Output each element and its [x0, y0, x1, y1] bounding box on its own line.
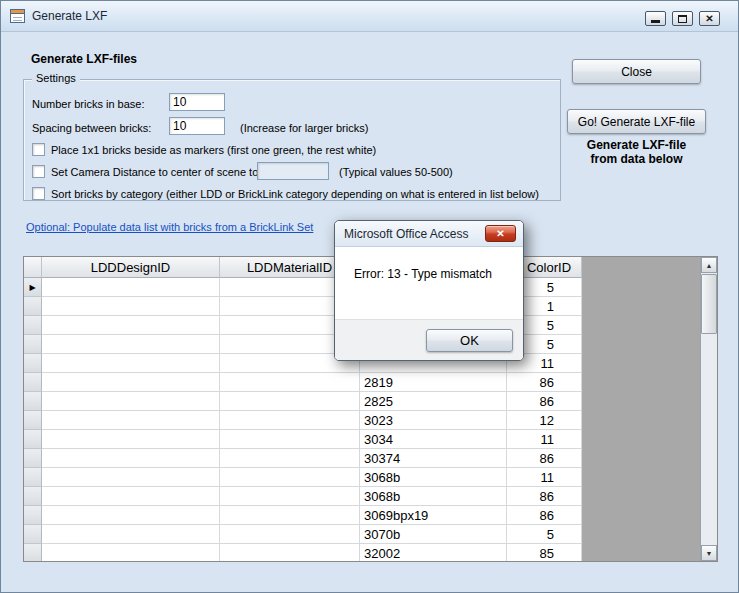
grid-cell-design[interactable]: [42, 316, 220, 335]
grid-cell-color[interactable]: 86: [507, 449, 582, 468]
grid-cell-col3[interactable]: 3070b: [360, 525, 507, 544]
grid-cell-col3[interactable]: 3068b: [360, 487, 507, 506]
grid-cell-design[interactable]: [42, 373, 220, 392]
grid-cell-material[interactable]: [220, 468, 360, 487]
grid-cell-material[interactable]: [220, 373, 360, 392]
grid-cell-color[interactable]: 86: [507, 506, 582, 525]
grid-cell-design[interactable]: [42, 392, 220, 411]
row-selector[interactable]: [24, 354, 42, 373]
error-dialog: Microsoft Office Access ✕ Error: 13 - Ty…: [334, 220, 524, 361]
select-all-header[interactable]: [24, 257, 42, 278]
dialog-close-icon: ✕: [496, 228, 504, 239]
table-row: 3068b86: [24, 487, 700, 506]
grid-cell-material[interactable]: [220, 430, 360, 449]
maximize-button[interactable]: [672, 11, 693, 26]
grid-cell-design[interactable]: [42, 487, 220, 506]
row-selector[interactable]: [24, 449, 42, 468]
grid-cell-material[interactable]: [220, 449, 360, 468]
grid-cell-material[interactable]: [220, 392, 360, 411]
camera-distance-label: Set Camera Distance to center of scene t…: [51, 166, 258, 178]
grid-cell-col3[interactable]: 3034: [360, 430, 507, 449]
grid-cell-design[interactable]: [42, 335, 220, 354]
close-icon: ✕: [705, 14, 713, 24]
ok-button[interactable]: OK: [426, 329, 513, 352]
camera-distance-input[interactable]: [257, 162, 329, 180]
grid-cell-color[interactable]: 85: [507, 544, 582, 561]
grid-cell-material[interactable]: [220, 544, 360, 561]
row-selector[interactable]: [24, 487, 42, 506]
grid-cell-color[interactable]: 5: [507, 525, 582, 544]
spacing-input[interactable]: [169, 117, 225, 135]
close-form-button[interactable]: Close: [572, 59, 701, 84]
grid-cell-design[interactable]: [42, 278, 220, 297]
row-selector[interactable]: [24, 468, 42, 487]
grid-cell-color[interactable]: 86: [507, 373, 582, 392]
grid-cell-material[interactable]: [220, 506, 360, 525]
row-selector[interactable]: [24, 392, 42, 411]
camera-distance-checkbox[interactable]: [32, 165, 45, 178]
grid-cell-color[interactable]: 12: [507, 411, 582, 430]
scrollbar-thumb[interactable]: [701, 274, 717, 334]
grid-cell-col3[interactable]: 2825: [360, 392, 507, 411]
grid-cell-design[interactable]: [42, 354, 220, 373]
grid-scrollbar[interactable]: ▲ ▼: [700, 257, 717, 561]
grid-cell-material[interactable]: [220, 525, 360, 544]
grid-cell-col3[interactable]: 32002: [360, 544, 507, 561]
grid-cell-color[interactable]: 11: [507, 430, 582, 449]
go-caption-line2: from data below: [567, 152, 706, 166]
scroll-up-button[interactable]: ▲: [701, 257, 717, 273]
row-selector[interactable]: [24, 316, 42, 335]
column-header-ldddesignid[interactable]: LDDDesignID: [42, 257, 220, 278]
grid-cell-color[interactable]: 11: [507, 468, 582, 487]
window-close-button[interactable]: ✕: [699, 11, 720, 26]
grid-cell-design[interactable]: [42, 506, 220, 525]
grid-cell-col3[interactable]: 30374: [360, 449, 507, 468]
grid-cell-col3[interactable]: 3023: [360, 411, 507, 430]
grid-cell-color[interactable]: 86: [507, 392, 582, 411]
row-selector[interactable]: [24, 544, 42, 561]
row-selector[interactable]: ▶: [24, 278, 42, 297]
grid-cell-col3[interactable]: 3069bpx19: [360, 506, 507, 525]
row-selector[interactable]: [24, 297, 42, 316]
grid-cell-material[interactable]: [220, 487, 360, 506]
error-dialog-titlebar: Microsoft Office Access ✕: [335, 221, 523, 247]
grid-cell-design[interactable]: [42, 449, 220, 468]
maximize-icon: [678, 15, 687, 23]
go-generate-button[interactable]: Go! Generate LXF-file: [567, 109, 706, 134]
generate-lxf-window: Generate LXF ✕ Generate LXF-files Settin…: [0, 0, 739, 593]
markers-checkbox[interactable]: [32, 143, 45, 156]
go-caption-line1: Generate LXF-file: [567, 138, 706, 152]
minimize-button[interactable]: [645, 11, 666, 26]
grid-cell-material[interactable]: [220, 411, 360, 430]
grid-cell-design[interactable]: [42, 525, 220, 544]
grid-cell-design[interactable]: [42, 544, 220, 561]
populate-bricklink-link[interactable]: Optional: Populate data list with bricks…: [26, 221, 313, 233]
grid-cell-design[interactable]: [42, 430, 220, 449]
scroll-down-button[interactable]: ▼: [701, 545, 717, 561]
error-message: Error: 13 - Type mismatch: [354, 267, 492, 281]
table-row: 3070b5: [24, 525, 700, 544]
grid-cell-col3[interactable]: 2819: [360, 373, 507, 392]
window-controls: ✕: [645, 11, 720, 26]
spacing-label: Spacing between bricks:: [32, 122, 151, 134]
row-selector[interactable]: [24, 430, 42, 449]
sort-checkbox-label: Sort bricks by category (either LDD or B…: [51, 188, 539, 200]
grid-cell-design[interactable]: [42, 297, 220, 316]
row-selector[interactable]: [24, 525, 42, 544]
number-bricks-input[interactable]: [169, 93, 225, 111]
error-dialog-close-button[interactable]: ✕: [485, 225, 516, 242]
spacing-note: (Increase for larger bricks): [240, 122, 368, 134]
row-selector[interactable]: [24, 335, 42, 354]
grid-cell-color[interactable]: 86: [507, 487, 582, 506]
row-selector[interactable]: [24, 506, 42, 525]
sort-checkbox[interactable]: [32, 187, 45, 200]
row-selector[interactable]: [24, 373, 42, 392]
go-caption: Generate LXF-file from data below: [567, 138, 706, 166]
minimize-icon: [651, 20, 660, 23]
grid-cell-design[interactable]: [42, 468, 220, 487]
grid-cell-col3[interactable]: 3068b: [360, 468, 507, 487]
row-selector[interactable]: [24, 411, 42, 430]
markers-checkbox-label: Place 1x1 bricks beside as markers (firs…: [51, 144, 376, 156]
grid-cell-design[interactable]: [42, 411, 220, 430]
window-title: Generate LXF: [32, 9, 107, 23]
